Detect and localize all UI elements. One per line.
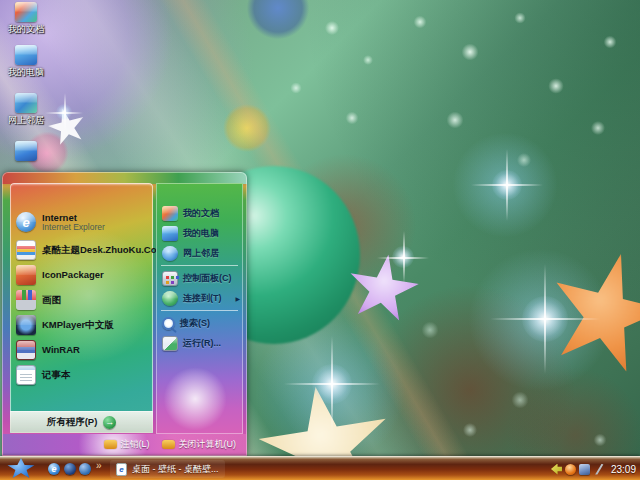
paint-icon xyxy=(16,290,36,310)
system-tray: 23:09 xyxy=(551,457,636,480)
menu-item-title: 记事本 xyxy=(42,369,71,380)
desktop-icon-label: 我的电脑 xyxy=(2,67,50,77)
desktop-icon-network-places[interactable]: 网上邻居 xyxy=(2,93,50,125)
input-method-icon[interactable] xyxy=(551,464,562,475)
taskbar-window-button[interactable]: e 桌面 - 壁纸 - 桌酷壁... xyxy=(110,460,225,478)
sparkle-flare xyxy=(392,246,414,268)
menu-item-network-places[interactable]: 网上邻居 xyxy=(156,243,243,263)
search-icon xyxy=(162,317,175,330)
connect-to-icon xyxy=(162,291,178,306)
menu-item-text: Internet Internet Explorer xyxy=(42,212,105,232)
start-button[interactable] xyxy=(7,458,35,479)
menu-item-label: 连接到(T) xyxy=(183,292,222,305)
menu-item-notepad[interactable]: 记事本 xyxy=(10,362,153,387)
my-computer-icon xyxy=(15,45,37,65)
notepad-icon xyxy=(16,365,36,385)
menu-separator xyxy=(161,310,238,311)
menu-item-connect-to[interactable]: 连接到(T) ▶ xyxy=(156,288,243,308)
menu-item-internet[interactable]: e Internet Internet Explorer xyxy=(10,207,153,237)
my-documents-icon xyxy=(162,206,178,221)
start-menu: e Internet Internet Explorer 桌酷主题Desk.Zh… xyxy=(2,172,247,456)
antivirus-icon[interactable] xyxy=(565,464,576,475)
all-programs-arrow-icon: → xyxy=(103,416,116,429)
quick-launch-media-player[interactable] xyxy=(79,463,91,475)
taskbar-clock[interactable]: 23:09 xyxy=(611,464,636,475)
menu-item-title: IconPackager xyxy=(42,269,104,280)
log-off-button[interactable]: 注销(L) xyxy=(104,438,150,451)
menu-item-title: WinRAR xyxy=(42,344,80,355)
ie-glyph: e xyxy=(22,216,29,229)
iconpackager-icon xyxy=(16,265,36,285)
all-programs-button[interactable]: 所有程序(P) → xyxy=(10,411,153,433)
sparkle-flare xyxy=(492,170,522,200)
menu-separator xyxy=(161,265,238,266)
sparkle-flare xyxy=(522,296,568,342)
start-menu-bottom-band: 注销(L) 关闭计算机(U) xyxy=(3,434,246,455)
my-documents-icon xyxy=(15,2,37,22)
start-menu-left-panel: e Internet Internet Explorer 桌酷主题Desk.Zh… xyxy=(10,183,153,433)
menu-item-run[interactable]: 运行(R)... xyxy=(156,333,243,353)
blue-app-icon xyxy=(15,141,37,161)
menu-item-paint[interactable]: 画图 xyxy=(10,287,153,312)
network-places-icon xyxy=(15,93,37,113)
desktop-icon-my-computer[interactable]: 我的电脑 xyxy=(2,45,50,77)
desktop-icon-my-documents[interactable]: 我的文档 xyxy=(2,2,50,34)
turn-off-icon xyxy=(162,440,175,449)
menu-item-title: 桌酷主题Desk.ZhuoKu.Com xyxy=(42,244,165,255)
menu-item-my-documents[interactable]: 我的文档 xyxy=(156,203,243,223)
menu-item-search[interactable]: 搜索(S) xyxy=(156,313,243,333)
desktop-icon-partially-hidden[interactable] xyxy=(2,141,50,161)
taskbar: e » e 桌面 - 壁纸 - 桌酷壁... 23:09 xyxy=(0,456,640,480)
menu-item-my-computer[interactable]: 我的电脑 xyxy=(156,223,243,243)
ie-page-icon: e xyxy=(116,463,127,476)
run-icon xyxy=(162,336,178,351)
start-menu-right-panel: 我的文档 我的电脑 网上邻居 控制面板(C) 连接到(T) ▶ xyxy=(156,183,243,434)
menu-item-label: 控制面板(C) xyxy=(183,272,232,285)
my-computer-icon xyxy=(162,226,178,241)
menu-item-control-panel[interactable]: 控制面板(C) xyxy=(156,268,243,288)
turn-off-computer-button[interactable]: 关闭计算机(U) xyxy=(162,438,237,451)
network-places-icon xyxy=(162,246,178,261)
desktop-icon-label: 网上邻居 xyxy=(2,115,50,125)
log-off-icon xyxy=(104,440,117,449)
desktop-icon-label: 我的文档 xyxy=(2,24,50,34)
menu-item-iconpackager[interactable]: IconPackager xyxy=(10,262,153,287)
winrar-icon xyxy=(16,340,36,360)
desktop-screen: 我的文档 我的电脑 网上邻居 e Internet Internet Explo… xyxy=(0,0,640,480)
menu-item-label: 运行(R)... xyxy=(183,337,221,350)
menu-item-zhuoku-theme[interactable]: 桌酷主题Desk.ZhuoKu.Com xyxy=(10,237,153,262)
messenger-icon[interactable] xyxy=(579,464,590,475)
quick-launch-chevron-icon[interactable]: » xyxy=(96,460,102,471)
turn-off-label: 关闭计算机(U) xyxy=(179,438,237,451)
zhuoku-theme-icon xyxy=(16,240,36,260)
taskbar-window-label: 桌面 - 壁纸 - 桌酷壁... xyxy=(132,463,219,476)
menu-item-title: 画图 xyxy=(42,294,61,305)
menu-item-label: 我的文档 xyxy=(183,207,219,220)
kmplayer-icon xyxy=(16,315,36,335)
menu-item-winrar[interactable]: WinRAR xyxy=(10,337,153,362)
menu-item-label: 搜索(S) xyxy=(180,317,210,330)
menu-item-subtitle: Internet Explorer xyxy=(42,223,105,232)
log-off-label: 注销(L) xyxy=(121,438,150,451)
menu-item-title: KMPlayer中文版 xyxy=(42,319,114,330)
internet-explorer-icon: e xyxy=(16,212,36,232)
menu-item-label: 网上邻居 xyxy=(183,247,219,260)
control-panel-icon xyxy=(162,271,178,286)
all-programs-label: 所有程序(P) xyxy=(47,416,98,429)
menu-item-label: 我的电脑 xyxy=(183,227,219,240)
quick-launch-internet-explorer[interactable]: e xyxy=(48,463,60,475)
submenu-arrow-icon: ▶ xyxy=(235,295,240,302)
network-status-icon[interactable] xyxy=(593,464,604,475)
sparkle-flare xyxy=(312,364,352,404)
quick-launch-msn[interactable] xyxy=(64,463,76,475)
sparkle-flare xyxy=(56,104,72,120)
menu-item-kmplayer[interactable]: KMPlayer中文版 xyxy=(10,312,153,337)
